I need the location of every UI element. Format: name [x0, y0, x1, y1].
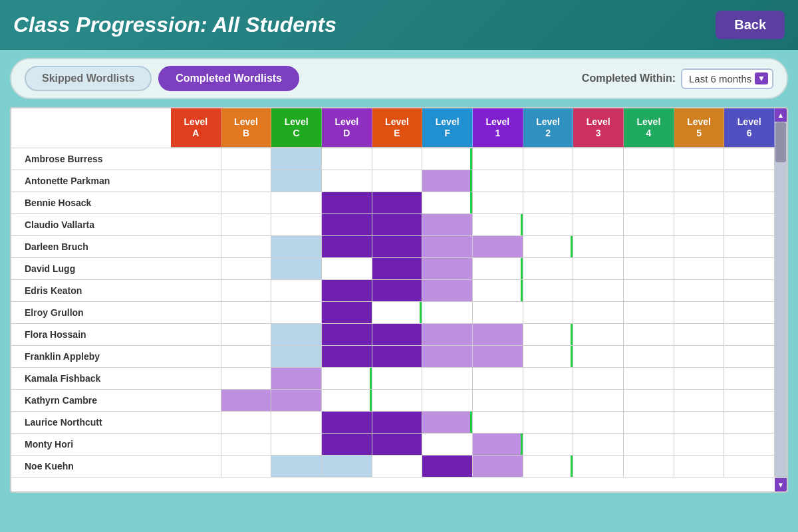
data-cell — [322, 214, 372, 235]
data-cell — [473, 412, 523, 433]
data-cell — [422, 390, 473, 411]
data-cell — [624, 346, 674, 367]
green-line-indicator — [571, 236, 573, 257]
skipped-wordlists-button[interactable]: Skipped Wordlists — [25, 66, 152, 91]
data-cell — [473, 280, 523, 301]
data-cell — [624, 456, 674, 477]
student-name: Antonette Parkman — [11, 170, 171, 192]
data-cell — [674, 302, 725, 323]
data-cell — [523, 236, 574, 257]
data-cell — [322, 170, 372, 192]
table-row — [171, 302, 775, 324]
data-cell — [322, 258, 372, 279]
data-cell — [674, 390, 725, 411]
data-cell — [523, 302, 574, 323]
data-cell — [473, 192, 523, 213]
data-cell — [422, 456, 473, 477]
green-line-indicator — [420, 302, 422, 323]
data-cell — [372, 324, 423, 345]
data-cell — [674, 280, 725, 301]
scroll-down-arrow[interactable]: ▼ — [775, 478, 787, 491]
data-cell — [322, 148, 372, 170]
data-cell — [523, 346, 574, 367]
level-header-level-2: Level2 — [523, 108, 574, 148]
student-name: Bennie Hosack — [11, 192, 171, 214]
data-cell — [221, 368, 272, 389]
data-cell — [271, 346, 322, 367]
data-cell — [523, 456, 574, 477]
data-cell — [724, 412, 775, 433]
data-cell — [674, 434, 725, 455]
data-cell — [674, 412, 725, 433]
data-cell — [473, 346, 523, 367]
data-cell — [674, 236, 725, 257]
data-cell — [372, 236, 423, 257]
data-cell — [624, 412, 674, 433]
data-cell — [724, 280, 775, 301]
data-cell — [473, 324, 523, 345]
data-cell — [573, 346, 624, 367]
levels-header: LevelALevelBLevelCLevelDLevelELevelFLeve… — [171, 108, 775, 148]
data-cell — [271, 258, 322, 279]
data-cell — [171, 214, 221, 235]
data-cell — [573, 390, 624, 411]
level-header-level-a: LevelA — [171, 108, 221, 148]
data-cell — [171, 390, 221, 411]
data-cell — [674, 148, 725, 170]
data-cell — [372, 368, 423, 389]
data-cell — [573, 258, 624, 279]
data-cell — [573, 170, 624, 192]
data-cell — [473, 434, 523, 455]
scrollbar[interactable]: ▲ ▼ — [775, 108, 787, 491]
data-cell — [171, 192, 221, 213]
data-cell — [322, 346, 372, 367]
scroll-track[interactable] — [775, 122, 787, 478]
data-cell — [422, 280, 473, 301]
data-cell — [372, 192, 423, 213]
data-cell — [473, 368, 523, 389]
data-cell — [221, 324, 272, 345]
student-name: Ambrose Burress — [11, 148, 171, 170]
data-cell — [422, 368, 473, 389]
data-cell — [372, 390, 423, 411]
scroll-thumb[interactable] — [775, 122, 786, 162]
back-button[interactable]: Back — [716, 11, 785, 39]
table-row — [171, 236, 775, 258]
table-row — [171, 390, 775, 412]
data-cell — [674, 192, 725, 213]
table-row — [171, 346, 775, 368]
data-cell — [171, 456, 221, 477]
data-cell — [372, 412, 423, 433]
data-cell — [724, 346, 775, 367]
level-header-level-6: Level6 — [724, 108, 775, 148]
data-cell — [221, 214, 272, 235]
within-dropdown-wrapper[interactable]: Last 6 monthsLast 3 monthsLast monthAll … — [681, 68, 773, 89]
data-cell — [573, 434, 624, 455]
data-cell — [221, 170, 272, 192]
green-line-indicator — [571, 346, 573, 367]
student-name: Elroy Grullon — [11, 302, 171, 324]
data-cell — [221, 456, 272, 477]
name-column-header — [11, 108, 171, 148]
data-cell — [674, 368, 725, 389]
data-cell — [422, 346, 473, 367]
green-line-indicator — [571, 324, 573, 345]
data-cell — [724, 236, 775, 257]
progression-table: Ambrose BurressAntonette ParkmanBennie H… — [10, 107, 788, 493]
completed-wordlists-button[interactable]: Completed Wordlists — [158, 66, 299, 91]
data-cell — [422, 412, 473, 433]
data-cell — [171, 302, 221, 323]
data-cell — [473, 148, 523, 170]
data-cell — [473, 456, 523, 477]
within-dropdown[interactable]: Last 6 monthsLast 3 monthsLast monthAll … — [681, 68, 773, 89]
green-line-indicator — [470, 412, 472, 433]
data-cell — [523, 434, 574, 455]
scroll-up-arrow[interactable]: ▲ — [775, 108, 787, 122]
data-cell — [372, 170, 423, 192]
data-cell — [372, 302, 423, 323]
data-cell — [271, 170, 322, 192]
data-cell — [422, 324, 473, 345]
data-cell — [523, 214, 574, 235]
data-cell — [221, 390, 272, 411]
data-cell — [322, 324, 372, 345]
